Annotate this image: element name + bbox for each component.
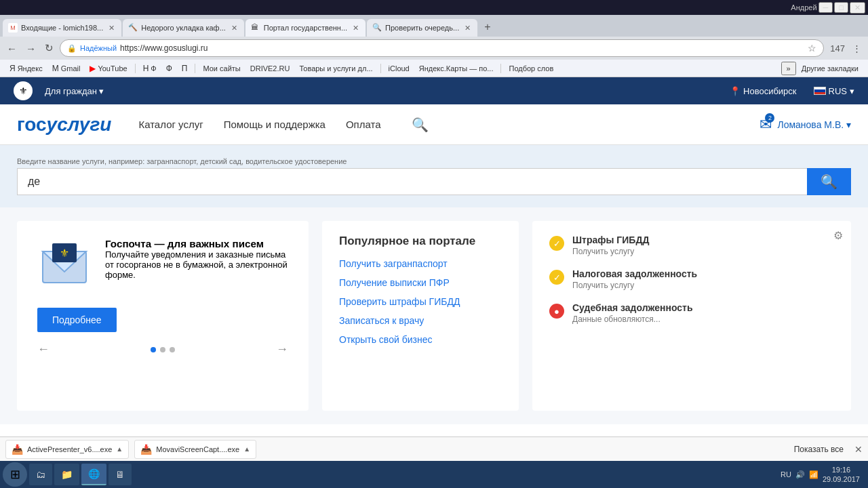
extensions-button[interactable]: 147 [827, 42, 848, 55]
reload-button[interactable]: ↻ [42, 41, 56, 56]
window-user: Андрей [791, 3, 816, 12]
popular-link-doctor[interactable]: Записаться к врачу [339, 315, 502, 326]
tab-nedorogo-close[interactable]: ✕ [231, 24, 237, 33]
carousel-dot-3[interactable] [170, 347, 175, 352]
bookmark-other[interactable]: Другие закладки [797, 63, 863, 74]
win-maximize[interactable]: □ [834, 2, 848, 13]
gospost-more-button[interactable]: Подробнее [37, 308, 117, 332]
show-all-downloads-button[interactable]: Показать все [789, 443, 849, 456]
language-arrow: ▾ [850, 86, 854, 96]
tab-gmail-close[interactable]: ✕ [108, 24, 115, 33]
win-close[interactable]: ✕ [850, 2, 865, 14]
download-movavi-expand[interactable]: ▲ [243, 445, 250, 453]
taskbar-explorer-button[interactable]: 🗂 [29, 464, 52, 485]
bookmark-yandex[interactable]: Я Яндекс [5, 62, 47, 75]
carousel-dot-2[interactable] [160, 347, 165, 352]
bookmark-divider-2 [195, 64, 195, 73]
carousel-next-button[interactable]: → [276, 342, 288, 357]
bookmark-wordstat[interactable]: Подбор слов [505, 63, 557, 74]
user-name-link[interactable]: Ломанова М.В. ▾ [777, 119, 851, 130]
popular-link-gibdd[interactable]: Проверить штрафы ГИБДД [339, 296, 502, 307]
system-clock[interactable]: 19:16 29.09.2017 [823, 465, 860, 485]
address-url[interactable]: https://www.gosuslugi.ru [120, 43, 804, 53]
location-text: Новосибирск [743, 86, 797, 96]
back-button[interactable]: ← [4, 41, 20, 56]
tab-nedorogo-favicon: 🔨 [128, 23, 138, 33]
service-gibdd-subtitle: Получить услугу [572, 247, 649, 256]
bookmark-news-icon: Н [143, 64, 149, 73]
bookmark-news[interactable]: Н Ф [139, 62, 161, 75]
forward-button[interactable]: → [23, 41, 39, 56]
services-settings-button[interactable]: ⚙ [833, 229, 843, 242]
tray-lang[interactable]: RU [781, 470, 791, 479]
download-activepresenter-icon: 📥 [12, 444, 23, 455]
search-row: 🔍 [17, 168, 851, 195]
site-logo: госуслуги [17, 114, 111, 136]
start-button[interactable]: ⊞ [3, 462, 27, 487]
tray-network-icon[interactable]: 📶 [809, 470, 818, 479]
bookmark-drive2[interactable]: DRIVE2.RU [246, 63, 294, 74]
tab-nedorogo[interactable]: 🔨 Недорого укладка каф... ✕ [123, 19, 244, 37]
website-content: ⚜ Для граждан ▾ 📍 Новосибирск RUS ▾ госу… [0, 77, 868, 424]
taskbar-screen-button[interactable]: 🖥 [108, 464, 132, 485]
taskbar-browser-button[interactable]: 🌐 [81, 464, 106, 485]
gospost-content: ⚜ Госпочта — для важных писем Получайте … [37, 238, 288, 294]
bookmark-gmail[interactable]: M Gmail [48, 62, 85, 75]
bookmark-yandex-maps[interactable]: Яндекс.Карты — по... [415, 63, 498, 74]
location-display[interactable]: 📍 Новосибирск [730, 86, 797, 96]
bookmark-icloud[interactable]: iCloud [384, 63, 414, 74]
download-item-activepresenter: 📥 ActivePresenter_v6....exe ▲ [5, 440, 129, 459]
language-selector[interactable]: RUS ▾ [814, 86, 854, 96]
nav-payment[interactable]: Оплата [346, 119, 381, 130]
nav-search-icon[interactable]: 🔍 [412, 117, 429, 133]
download-movavi-name: MovaviScreenCapt....exe [156, 445, 239, 453]
messages-button[interactable]: ✉ 2 [760, 116, 772, 134]
carousel-dot-1[interactable] [151, 347, 156, 352]
taskbar-files-button[interactable]: 📁 [54, 464, 79, 485]
service-court-title: Судебная задолженность [572, 302, 693, 313]
popular-link-business[interactable]: Открыть свой бизнес [339, 334, 502, 345]
bookmark-p1[interactable]: П [178, 62, 192, 75]
win-minimize[interactable]: ─ [818, 2, 833, 13]
browser-icon: 🌐 [88, 468, 100, 479]
search-button[interactable]: 🔍 [807, 168, 851, 195]
tray-volume-icon[interactable]: 🔊 [795, 470, 805, 479]
bookmark-goods[interactable]: Товары и услуги дл... [295, 63, 376, 74]
flag-russia-icon [814, 87, 826, 95]
carousel-prev-button[interactable]: ← [37, 342, 50, 357]
popular-link-pfr[interactable]: Получение выписки ПФР [339, 277, 502, 288]
tab-check-queue[interactable]: 🔍 Проверить очередь... ✕ [367, 19, 477, 37]
gospost-description: Получайте уведомления и заказные письма … [105, 249, 288, 280]
tab-check-queue-close[interactable]: ✕ [465, 24, 471, 33]
tab-nedorogo-title: Недорого укладка каф... [141, 24, 226, 32]
logo-gos: гос [17, 114, 47, 135]
bookmark-youtube[interactable]: ▶ YouTube [85, 62, 131, 75]
search-input[interactable] [17, 168, 807, 195]
popular-link-zagranpassport[interactable]: Получить загранпаспорт [339, 258, 502, 269]
bookmark-f1-icon: Ф [166, 64, 172, 73]
download-activepresenter-name: ActivePresenter_v6....exe [27, 445, 112, 453]
close-download-bar-button[interactable]: ✕ [854, 444, 863, 455]
tab-gosuslugi[interactable]: 🏛 Портал государственн... ✕ [245, 19, 366, 37]
citizens-nav-item[interactable]: Для граждан ▾ [39, 83, 109, 99]
bookmark-star-icon[interactable]: ☆ [808, 43, 816, 54]
browser-menu-button[interactable]: ⋮ [850, 42, 864, 55]
main-nav: госуслуги Каталог услуг Помощь и поддерж… [0, 104, 868, 145]
bookmark-mysites[interactable]: Мои сайты [199, 63, 244, 74]
tab-gmail[interactable]: M Входящие - lomich198... ✕ [3, 19, 121, 37]
service-tax-title: Налоговая задолженность [572, 268, 697, 279]
explorer-icon: 🗂 [36, 469, 45, 480]
download-activepresenter-expand[interactable]: ▲ [116, 445, 123, 453]
bookmark-wordstat-label: Подбор слов [509, 64, 553, 73]
gospost-title: Госпочта — для важных писем [105, 238, 288, 249]
tab-gosuslugi-close[interactable]: ✕ [353, 24, 359, 33]
user-area: ✉ 2 Ломанова М.В. ▾ [760, 116, 851, 134]
folder-icon: 📁 [61, 469, 73, 480]
nav-catalog[interactable]: Каталог услуг [138, 119, 203, 130]
bookmarks-more-button[interactable]: » [781, 62, 796, 75]
search-area: Введите название услуги, например: загра… [0, 145, 868, 207]
nav-support[interactable]: Помощь и поддержка [224, 119, 326, 130]
bookmark-f1[interactable]: Ф [162, 62, 176, 75]
new-tab-button[interactable]: + [479, 21, 496, 33]
bookmark-gmail-label: Gmail [61, 64, 81, 73]
